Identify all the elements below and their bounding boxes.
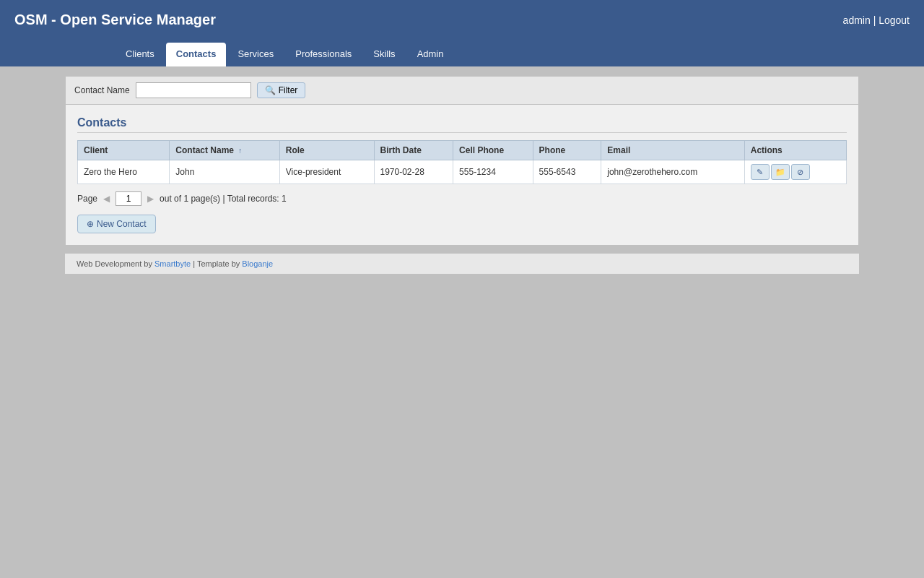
footer: Web Development by Smartbyte | Template … bbox=[65, 253, 859, 274]
col-cell-phone: Cell Phone bbox=[453, 141, 533, 160]
footer-text-between: | Template by bbox=[191, 259, 242, 268]
page-label: Page bbox=[77, 194, 97, 204]
cell-birth-date: 1970-02-28 bbox=[374, 160, 453, 184]
page-input[interactable] bbox=[116, 191, 141, 206]
tab-services[interactable]: Services bbox=[227, 43, 284, 66]
col-client: Client bbox=[78, 141, 170, 160]
table-header-row: Client Contact Name ↑ Role Birth Date Ce… bbox=[78, 141, 847, 160]
nav-bar: Clients Contacts Services Professionals … bbox=[0, 40, 924, 69]
table-row: Zero the HeroJohnVice-president1970-02-2… bbox=[78, 160, 847, 184]
cell-client: Zero the Hero bbox=[78, 160, 170, 184]
filter-bar: Contact Name 🔍 Filter bbox=[66, 77, 858, 105]
cell-email: john@zerothehero.com bbox=[601, 160, 744, 184]
col-contact-name[interactable]: Contact Name ↑ bbox=[170, 141, 279, 160]
contacts-tbody: Zero the HeroJohnVice-president1970-02-2… bbox=[78, 160, 847, 184]
edit-button[interactable]: ✎ bbox=[751, 164, 770, 180]
page-next-button[interactable]: ▶ bbox=[146, 194, 155, 204]
contact-name-input[interactable] bbox=[136, 82, 251, 98]
view-button[interactable]: 📁 bbox=[771, 164, 790, 180]
contacts-title: Contacts bbox=[77, 116, 847, 133]
delete-button[interactable]: ⊘ bbox=[791, 164, 810, 180]
out-of-label: out of 1 page(s) | Total records: 1 bbox=[160, 194, 287, 204]
col-actions: Actions bbox=[744, 141, 846, 160]
cell-role: Vice-president bbox=[279, 160, 374, 184]
filter-button-label: Filter bbox=[279, 85, 298, 95]
contacts-table: Client Contact Name ↑ Role Birth Date Ce… bbox=[77, 140, 847, 184]
user-info: admin | Logout bbox=[843, 14, 910, 26]
separator: | bbox=[873, 14, 876, 26]
filter-button[interactable]: 🔍 Filter bbox=[257, 82, 306, 98]
tab-professionals[interactable]: Professionals bbox=[285, 43, 362, 66]
search-icon: 🔍 bbox=[265, 85, 276, 95]
cell-contact-name: John bbox=[170, 160, 279, 184]
page-prev-button[interactable]: ◀ bbox=[102, 194, 111, 204]
col-birth-date: Birth Date bbox=[374, 141, 453, 160]
tab-skills[interactable]: Skills bbox=[363, 43, 405, 66]
footer-text-before: Web Development by bbox=[77, 259, 154, 268]
col-role: Role bbox=[279, 141, 374, 160]
contacts-section: Contacts Client Contact Name ↑ Role Birt… bbox=[66, 105, 858, 245]
new-contact-button[interactable]: ⊕ New Contact bbox=[77, 215, 156, 233]
logout-link[interactable]: Logout bbox=[879, 14, 910, 26]
username: admin bbox=[843, 14, 871, 26]
app-title: OSM - Open Service Manager bbox=[14, 12, 216, 28]
pagination: Page ◀ ▶ out of 1 page(s) | Total record… bbox=[77, 191, 847, 206]
header: OSM - Open Service Manager admin | Logou… bbox=[0, 0, 924, 40]
tab-contacts[interactable]: Contacts bbox=[166, 43, 227, 66]
content-wrapper: Contact Name 🔍 Filter Contacts Client Co… bbox=[65, 76, 859, 246]
sort-icon: ↑ bbox=[238, 147, 242, 155]
tab-clients[interactable]: Clients bbox=[116, 43, 165, 66]
col-email: Email bbox=[601, 141, 744, 160]
footer-developer-link[interactable]: Smartbyte bbox=[154, 259, 191, 268]
contact-name-label: Contact Name bbox=[74, 85, 130, 95]
new-contact-icon: ⊕ bbox=[87, 219, 94, 229]
cell-cell-phone: 555-1234 bbox=[453, 160, 533, 184]
cell-phone: 555-6543 bbox=[533, 160, 601, 184]
new-contact-label: New Contact bbox=[97, 219, 147, 229]
cell-actions: ✎📁⊘ bbox=[744, 160, 846, 184]
col-phone: Phone bbox=[533, 141, 601, 160]
footer-template-link[interactable]: Bloganje bbox=[242, 259, 273, 268]
tab-admin[interactable]: Admin bbox=[407, 43, 454, 66]
